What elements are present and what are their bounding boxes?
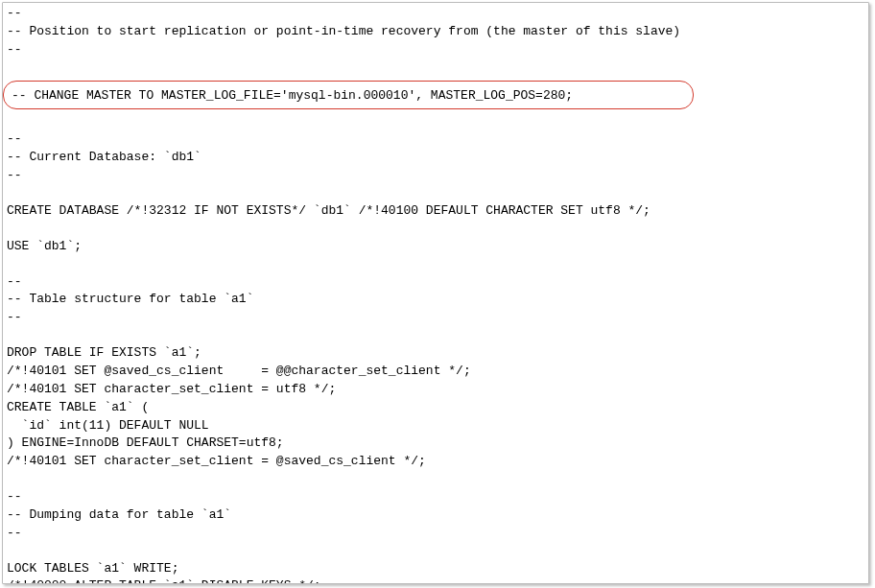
blank-line xyxy=(7,256,864,273)
blank-line xyxy=(7,221,864,238)
create-database-statement: CREATE DATABASE /*!32312 IF NOT EXISTS*/… xyxy=(7,202,864,221)
create-table-end: ) ENGINE=InnoDB DEFAULT CHARSET=utf8; xyxy=(7,435,864,453)
create-table-statement: CREATE TABLE `a1` ( xyxy=(7,399,864,417)
sql-comment: -- xyxy=(7,309,864,327)
blank-line xyxy=(7,471,864,488)
blank-line xyxy=(7,543,864,560)
set-statement: /*!40101 SET character_set_client = utf8… xyxy=(7,381,864,399)
blank-line xyxy=(7,59,864,77)
sql-comment: -- xyxy=(7,167,864,185)
change-master-statement: -- CHANGE MASTER TO MASTER_LOG_FILE='mys… xyxy=(12,87,685,106)
sql-comment: -- xyxy=(7,130,864,149)
blank-line xyxy=(7,327,864,344)
blank-line xyxy=(7,185,864,202)
sql-comment: -- Dumping data for table `a1` xyxy=(7,506,864,525)
blank-line xyxy=(7,113,864,130)
sql-comment: -- xyxy=(7,41,864,59)
sql-comment: -- xyxy=(7,273,864,292)
alter-table-statement: /*!40000 ALTER TABLE `a1` DISABLE KEYS *… xyxy=(7,577,864,584)
set-statement: /*!40101 SET @saved_cs_client = @@charac… xyxy=(7,363,864,381)
sql-dump-frame: -- -- Position to start replication or p… xyxy=(2,2,869,584)
sql-comment: -- Current Database: `db1` xyxy=(7,149,864,167)
sql-comment: -- xyxy=(7,5,864,23)
drop-table-statement: DROP TABLE IF EXISTS `a1`; xyxy=(7,344,864,363)
lock-tables-statement: LOCK TABLES `a1` WRITE; xyxy=(7,560,864,578)
set-statement: /*!40101 SET character_set_client = @sav… xyxy=(7,453,864,471)
sql-comment: -- xyxy=(7,488,864,506)
sql-comment: -- xyxy=(7,525,864,543)
change-master-highlight: -- CHANGE MASTER TO MASTER_LOG_FILE='mys… xyxy=(3,81,694,110)
use-statement: USE `db1`; xyxy=(7,238,864,256)
column-definition: `id` int(11) DEFAULT NULL xyxy=(7,417,864,435)
sql-comment: -- Table structure for table `a1` xyxy=(7,291,864,309)
sql-comment: -- Position to start replication or poin… xyxy=(7,23,864,41)
